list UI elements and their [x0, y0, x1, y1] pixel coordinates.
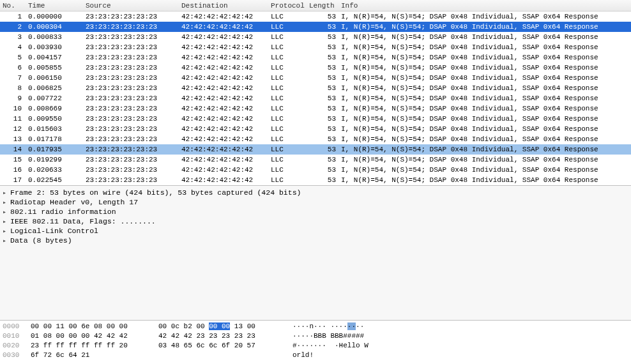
packet-row[interactable]: 140.01793523:23:23:23:23:2342:42:42:42:4… [0, 144, 631, 155]
packet-row[interactable]: 100.00866923:23:23:23:23:2342:42:42:42:4… [0, 103, 631, 114]
packet-row[interactable]: 150.01929923:23:23:23:23:2342:42:42:42:4… [0, 155, 631, 165]
packet-row[interactable]: 50.00415723:23:23:23:23:2342:42:42:42:42… [0, 52, 631, 63]
detail-tree-item[interactable]: ▸Radiotap Header v0, Length 17 [3, 197, 628, 207]
packet-cell-info: I, N(R)=54, N(S)=54; DSAP 0x48 Individua… [338, 54, 631, 61]
packet-bytes-pane: 000000 00 11 00 6e 08 00 00 00 0c b2 00 … [0, 320, 631, 364]
hex-bytes-group2: 03 48 65 6c 6c 6f 20 57 [158, 341, 293, 351]
packet-cell-length: 53 [307, 23, 338, 31]
packet-cell-info: I, N(R)=54, N(S)=54; DSAP 0x48 Individua… [338, 146, 631, 153]
packet-cell-time: 0.009550 [26, 115, 83, 123]
packet-cell-destination: 42:42:42:42:42:42 [179, 33, 268, 41]
detail-tree-item[interactable]: ▸Frame 2: 53 bytes on wire (424 bits), 5… [3, 188, 628, 197]
detail-tree-label: Frame 2: 53 bytes on wire (424 bits), 53… [10, 188, 301, 197]
packet-cell-time: 0.019299 [26, 156, 83, 163]
packet-cell-protocol: LLC [268, 43, 307, 51]
packet-cell-info: I, N(R)=54, N(S)=54; DSAP 0x48 Individua… [338, 95, 631, 102]
packet-cell-length: 53 [307, 105, 338, 112]
packet-cell-source: 23:23:23:23:23:23 [83, 115, 179, 123]
packet-cell-length: 53 [307, 43, 338, 51]
packet-cell-length: 53 [307, 74, 338, 82]
packet-cell-length: 53 [307, 115, 338, 123]
packet-cell-length: 53 [307, 135, 338, 143]
packet-row[interactable]: 80.00682523:23:23:23:23:2342:42:42:42:42… [0, 83, 631, 93]
packet-cell-no: 2 [0, 23, 26, 31]
disclosure-triangle-icon[interactable]: ▸ [3, 199, 8, 206]
packet-cell-no: 6 [0, 64, 26, 72]
detail-tree-label: Logical-Link Control [10, 227, 98, 235]
col-header-destination[interactable]: Destination [179, 2, 268, 10]
disclosure-triangle-icon[interactable]: ▸ [3, 218, 8, 225]
packet-cell-protocol: LLC [268, 95, 307, 102]
packet-row[interactable]: 130.01717823:23:23:23:23:2342:42:42:42:4… [0, 134, 631, 144]
packet-cell-destination: 42:42:42:42:42:42 [179, 146, 268, 153]
packet-cell-destination: 42:42:42:42:42:42 [179, 23, 268, 31]
hex-row[interactable]: 000000 00 11 00 6e 08 00 00 00 0c b2 00 … [3, 322, 628, 331]
packet-row[interactable]: 90.00772223:23:23:23:23:2342:42:42:42:42… [0, 93, 631, 103]
packet-cell-info: I, N(R)=54, N(S)=54; DSAP 0x48 Individua… [338, 74, 631, 82]
packet-cell-destination: 42:42:42:42:42:42 [179, 125, 268, 133]
detail-tree-item[interactable]: ▸Data (8 bytes) [3, 236, 628, 245]
detail-tree-item[interactable]: ▸IEEE 802.11 Data, Flags: ........ [3, 216, 628, 226]
packet-row[interactable]: 110.00955023:23:23:23:23:2342:42:42:42:4… [0, 114, 631, 124]
packet-row[interactable]: 160.02063323:23:23:23:23:2342:42:42:42:4… [0, 165, 631, 175]
packet-row[interactable]: 60.00585523:23:23:23:23:2342:42:42:42:42… [0, 63, 631, 73]
packet-row[interactable]: 70.00615023:23:23:23:23:2342:42:42:42:42… [0, 73, 631, 83]
hex-row[interactable]: 00306f 72 6c 64 21orld! [3, 351, 628, 360]
packet-cell-source: 23:23:23:23:23:23 [83, 23, 179, 31]
packet-cell-destination: 42:42:42:42:42:42 [179, 13, 268, 20]
packet-cell-source: 23:23:23:23:23:23 [83, 166, 179, 174]
packet-details-pane: ▸Frame 2: 53 bytes on wire (424 bits), 5… [0, 185, 631, 320]
packet-cell-length: 53 [307, 13, 338, 20]
packet-cell-info: I, N(R)=54, N(S)=54; DSAP 0x48 Individua… [338, 176, 631, 184]
packet-cell-protocol: LLC [268, 54, 307, 61]
detail-tree-item[interactable]: ▸Logical-Link Control [3, 226, 628, 236]
packet-row[interactable]: 30.00083323:23:23:23:23:2342:42:42:42:42… [0, 32, 631, 42]
col-header-info[interactable]: Info [338, 2, 631, 10]
packet-cell-protocol: LLC [268, 23, 307, 31]
packet-cell-destination: 42:42:42:42:42:42 [179, 105, 268, 112]
hex-row[interactable]: 002023 ff ff ff ff ff ff 20 03 48 65 6c … [3, 341, 628, 351]
hex-bytes-group2: 00 0c b2 00 00 00 13 00 [158, 322, 293, 331]
packet-cell-destination: 42:42:42:42:42:42 [179, 74, 268, 82]
packet-cell-protocol: LLC [268, 115, 307, 123]
col-header-time[interactable]: Time [26, 2, 83, 10]
col-header-length[interactable]: Length [307, 2, 338, 10]
hex-ascii: ·····BBB BBB##### [293, 331, 364, 341]
packet-row[interactable]: 170.02254523:23:23:23:23:2342:42:42:42:4… [0, 175, 631, 185]
hex-ascii-highlight: ·· [347, 322, 356, 330]
hex-bytes-group1: 01 08 00 00 00 42 42 42 [31, 331, 158, 341]
packet-cell-destination: 42:42:42:42:42:42 [179, 156, 268, 163]
disclosure-triangle-icon[interactable]: ▸ [3, 208, 8, 216]
packet-cell-length: 53 [307, 95, 338, 102]
detail-tree-label: Data (8 bytes) [10, 236, 72, 245]
packet-cell-time: 0.005855 [26, 64, 83, 72]
packet-cell-no: 4 [0, 43, 26, 51]
packet-cell-no: 10 [0, 105, 26, 112]
packet-cell-no: 9 [0, 95, 26, 102]
packet-cell-protocol: LLC [268, 125, 307, 133]
packet-cell-time: 0.007722 [26, 95, 83, 102]
packet-row[interactable]: 120.01560323:23:23:23:23:2342:42:42:42:4… [0, 124, 631, 134]
packet-cell-source: 23:23:23:23:23:23 [83, 125, 179, 133]
packet-cell-time: 0.003930 [26, 43, 83, 51]
col-header-no[interactable]: No. [0, 2, 26, 10]
disclosure-triangle-icon[interactable]: ▸ [3, 227, 8, 235]
packet-cell-time: 0.000304 [26, 23, 83, 31]
packet-cell-info: I, N(R)=54, N(S)=54; DSAP 0x48 Individua… [338, 33, 631, 41]
packet-row[interactable]: 40.00393023:23:23:23:23:2342:42:42:42:42… [0, 42, 631, 52]
packet-cell-no: 13 [0, 135, 26, 143]
packet-cell-source: 23:23:23:23:23:23 [83, 156, 179, 163]
hex-row[interactable]: 001001 08 00 00 00 42 42 42 42 42 42 23 … [3, 331, 628, 341]
detail-tree-item[interactable]: ▸802.11 radio information [3, 207, 628, 216]
col-header-protocol[interactable]: Protocol [268, 2, 307, 10]
disclosure-triangle-icon[interactable]: ▸ [3, 189, 8, 197]
col-header-source[interactable]: Source [83, 2, 179, 10]
packet-cell-source: 23:23:23:23:23:23 [83, 176, 179, 184]
packet-cell-destination: 42:42:42:42:42:42 [179, 135, 268, 143]
packet-row[interactable]: 10.00000023:23:23:23:23:2342:42:42:42:42… [0, 11, 631, 22]
packet-cell-time: 0.017178 [26, 135, 83, 143]
packet-row[interactable]: 20.00030423:23:23:23:23:2342:42:42:42:42… [0, 22, 631, 32]
packet-cell-source: 23:23:23:23:23:23 [83, 54, 179, 61]
packet-list-header[interactable]: No. Time Source Destination Protocol Len… [0, 0, 631, 11]
disclosure-triangle-icon[interactable]: ▸ [3, 237, 8, 245]
